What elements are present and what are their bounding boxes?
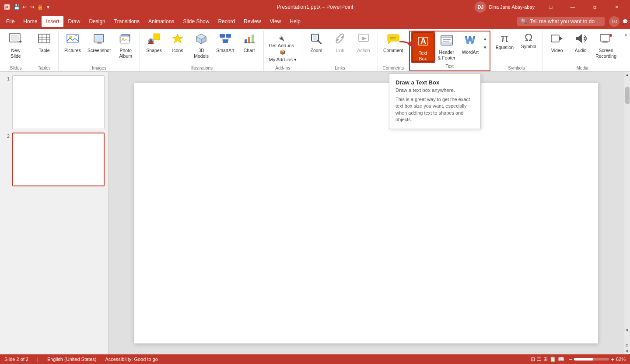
menu-slideshow[interactable]: Slide Show — [178, 16, 214, 27]
search-box[interactable]: 🔍 Tell me what you want to do — [517, 17, 605, 26]
svg-text:+: + — [102, 34, 105, 38]
svg-text:P: P — [5, 5, 8, 10]
video-button[interactable]: Video — [546, 31, 568, 60]
comments-group-label: Comments — [381, 65, 406, 71]
screen-recording-button[interactable]: ScreenRecording — [593, 31, 619, 60]
slide-editor[interactable] — [108, 72, 624, 354]
autosave-icon[interactable]: 🔒 — [37, 4, 44, 10]
table-button[interactable]: Table — [33, 31, 56, 60]
action-button[interactable]: Action — [352, 31, 375, 60]
zoom-button[interactable]: Zoom — [305, 31, 328, 60]
main-area: 1 2 ▲ ▼ ⊡ ▼ — [0, 72, 630, 354]
zoom-slider[interactable] — [574, 358, 609, 360]
zoom-in-btn[interactable]: + — [611, 356, 614, 363]
redo-icon[interactable]: ↪ — [29, 4, 36, 10]
right-scrollbar[interactable]: ▲ ▼ ⊡ ▼ — [624, 72, 630, 354]
slide-img-2[interactable] — [12, 133, 105, 186]
svg-rect-59 — [600, 35, 610, 41]
user-avatar[interactable]: DJ — [475, 1, 486, 13]
pictures-button[interactable]: + Pictures — [61, 31, 84, 60]
comment-button[interactable]: Comment — [381, 31, 406, 60]
menu-design[interactable]: Design — [84, 16, 109, 27]
pictures-icon: + — [66, 32, 79, 47]
zoom-icon — [310, 32, 323, 47]
shapes-button[interactable]: Shapes — [143, 31, 165, 60]
svg-rect-4 — [11, 35, 18, 40]
screenshot-button[interactable]: + Screenshot — [85, 31, 113, 60]
ribbon-display-btn[interactable]: □ — [541, 0, 561, 14]
textbox-icon: A — [416, 35, 430, 49]
menu-help[interactable]: Help — [285, 16, 305, 27]
user-menu-avatar[interactable]: DJ — [609, 16, 620, 27]
menu-record[interactable]: Record — [214, 16, 239, 27]
scroll-down-arrow[interactable]: ▼ — [624, 327, 630, 333]
my-addins-button[interactable]: 📦 My Add-ins ▾ — [266, 49, 299, 61]
more-icon[interactable]: ▼ — [45, 4, 52, 10]
header-footer-button[interactable]: Header& Footer — [435, 32, 458, 62]
scroll-up-arrow[interactable]: ▲ — [624, 72, 630, 78]
links-group-items: Zoom Link Action — [305, 31, 375, 65]
comment-label: Comment — [383, 48, 403, 53]
wordart-label: WordArt — [462, 49, 479, 55]
equation-label: Equation — [496, 45, 514, 50]
smartart-button[interactable]: SmartArt — [214, 31, 237, 60]
photo-album-button[interactable]: PhotoAlbum — [114, 31, 137, 60]
status-bar-right: ⊡ ☰ ⊞ 📋 📖 − + 62% — [531, 356, 626, 363]
photo-album-icon — [119, 32, 133, 47]
menu-file[interactable]: File — [2, 16, 19, 27]
view-normal-btn[interactable]: ⊡ — [531, 356, 535, 362]
view-notes-btn[interactable]: 📋 — [550, 356, 556, 362]
undo-icon[interactable]: ↩ — [21, 4, 28, 10]
slide-thumb-2[interactable]: 2 — [4, 133, 105, 186]
slide-canvas-main[interactable] — [134, 83, 598, 343]
menu-view[interactable]: View — [265, 16, 285, 27]
slide-thumb-1[interactable]: 1 — [4, 75, 105, 129]
status-bar: Slide 2 of 2 | English (United States) A… — [0, 354, 630, 364]
symbol-button[interactable]: Ω Symbol — [517, 31, 540, 60]
new-slide-button[interactable]: + NewSlide — [4, 31, 27, 60]
menu-review[interactable]: Review — [239, 16, 265, 27]
slide-panel[interactable]: 1 2 — [0, 72, 108, 354]
text-expand-btn[interactable]: ▲ — [483, 34, 488, 43]
icons-button[interactable]: Icons — [166, 31, 189, 60]
slide-num-2: 2 — [4, 133, 10, 139]
minimize-btn[interactable]: — — [563, 0, 583, 14]
link-button[interactable]: Link — [329, 31, 351, 60]
textbox-button[interactable]: A TextBox — [412, 32, 434, 62]
slide-img-1[interactable] — [12, 75, 105, 129]
symbol-icon: Ω — [525, 32, 532, 43]
scroll-thumb[interactable] — [625, 87, 630, 104]
menu-home[interactable]: Home — [19, 16, 42, 27]
view-reading-btn[interactable]: 📖 — [558, 356, 564, 362]
save-icon[interactable]: 💾 — [13, 4, 20, 10]
smartart-label: SmartArt — [216, 48, 234, 53]
wordart-button[interactable]: WW WordArt — [459, 32, 482, 62]
close-btn[interactable]: ✕ — [606, 0, 626, 14]
chart-button[interactable]: Chart — [238, 31, 261, 60]
menu-draw[interactable]: Draw — [63, 16, 84, 27]
menu-transitions[interactable]: Transitions — [110, 16, 144, 27]
symbols-group-label: Symbols — [493, 65, 540, 71]
view-outline-btn[interactable]: ☰ — [537, 356, 542, 362]
scroll-bottom-arrow[interactable]: ▼ — [624, 348, 630, 354]
tables-group-label: Tables — [33, 65, 56, 71]
slides-group-items: + NewSlide — [4, 31, 27, 65]
equation-button[interactable]: π Equation — [493, 31, 516, 60]
get-addins-button[interactable]: 🔌 Get Add-ins — [266, 35, 297, 47]
restore-btn[interactable]: ⧉ — [584, 0, 605, 14]
zoom-out-btn[interactable]: − — [569, 356, 572, 363]
text-collapse-btn[interactable]: ▼ — [483, 43, 488, 52]
svg-line-42 — [318, 40, 321, 44]
menu-insert[interactable]: Insert — [42, 16, 63, 27]
ribbon-collapse-button[interactable]: ∧ — [623, 32, 628, 37]
text-group-items: A TextBox Header& Footer WW WordArt — [412, 32, 488, 63]
fit-page-btn[interactable]: ⊡ — [624, 342, 630, 348]
zoom-control: − + 62% — [569, 356, 626, 363]
audio-button[interactable]: Audio — [569, 31, 592, 60]
view-sorter-btn[interactable]: ⊞ — [543, 356, 548, 362]
menu-bar: File Home Insert Draw Design Transitions… — [0, 14, 630, 29]
comments-toggle[interactable]: 💬 — [622, 19, 628, 24]
svg-rect-16 — [98, 42, 101, 43]
3d-models-button[interactable]: 3DModels — [190, 31, 213, 60]
menu-animations[interactable]: Animations — [144, 16, 178, 27]
